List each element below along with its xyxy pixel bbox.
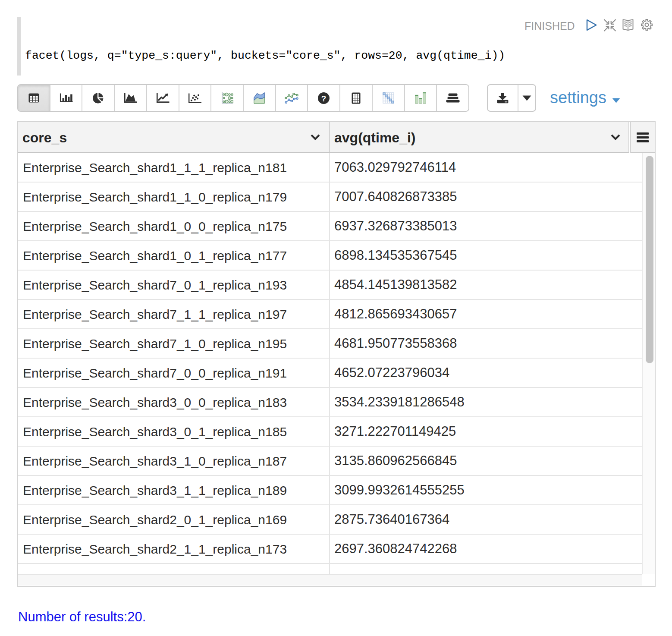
svg-text:?: ? xyxy=(321,94,327,103)
